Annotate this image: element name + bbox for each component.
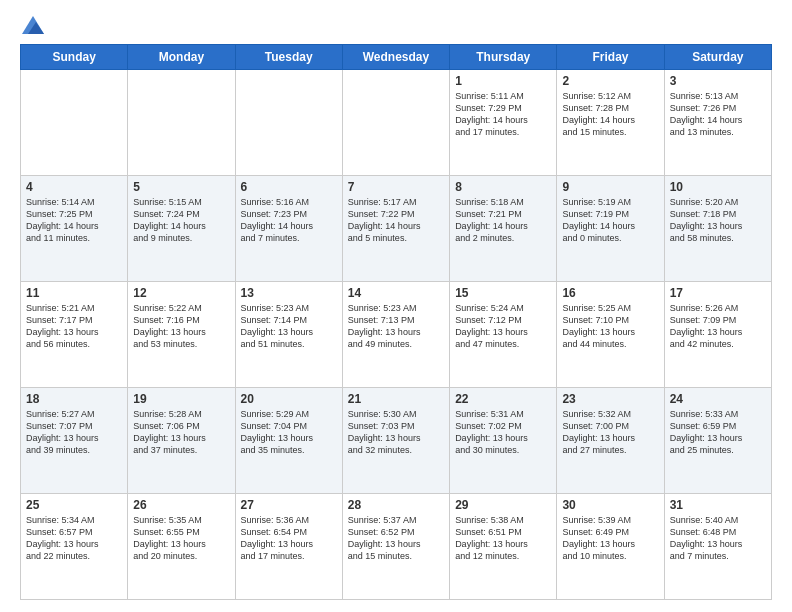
day-info: Sunrise: 5:12 AM Sunset: 7:28 PM Dayligh… — [562, 90, 658, 139]
day-header: Tuesday — [235, 45, 342, 70]
day-info: Sunrise: 5:17 AM Sunset: 7:22 PM Dayligh… — [348, 196, 444, 245]
calendar-day-cell: 5Sunrise: 5:15 AM Sunset: 7:24 PM Daylig… — [128, 176, 235, 282]
calendar-day-cell: 9Sunrise: 5:19 AM Sunset: 7:19 PM Daylig… — [557, 176, 664, 282]
calendar-day-cell: 25Sunrise: 5:34 AM Sunset: 6:57 PM Dayli… — [21, 494, 128, 600]
calendar-day-cell: 18Sunrise: 5:27 AM Sunset: 7:07 PM Dayli… — [21, 388, 128, 494]
header — [20, 16, 772, 34]
calendar-week-row: 25Sunrise: 5:34 AM Sunset: 6:57 PM Dayli… — [21, 494, 772, 600]
day-info: Sunrise: 5:33 AM Sunset: 6:59 PM Dayligh… — [670, 408, 766, 457]
day-number: 29 — [455, 498, 551, 512]
day-info: Sunrise: 5:37 AM Sunset: 6:52 PM Dayligh… — [348, 514, 444, 563]
day-info: Sunrise: 5:22 AM Sunset: 7:16 PM Dayligh… — [133, 302, 229, 351]
calendar-day-cell: 23Sunrise: 5:32 AM Sunset: 7:00 PM Dayli… — [557, 388, 664, 494]
day-info: Sunrise: 5:30 AM Sunset: 7:03 PM Dayligh… — [348, 408, 444, 457]
calendar-day-cell: 20Sunrise: 5:29 AM Sunset: 7:04 PM Dayli… — [235, 388, 342, 494]
calendar-day-cell — [128, 70, 235, 176]
calendar-header-row: SundayMondayTuesdayWednesdayThursdayFrid… — [21, 45, 772, 70]
calendar-day-cell: 11Sunrise: 5:21 AM Sunset: 7:17 PM Dayli… — [21, 282, 128, 388]
day-number: 30 — [562, 498, 658, 512]
calendar-day-cell — [235, 70, 342, 176]
day-info: Sunrise: 5:36 AM Sunset: 6:54 PM Dayligh… — [241, 514, 337, 563]
calendar-day-cell: 2Sunrise: 5:12 AM Sunset: 7:28 PM Daylig… — [557, 70, 664, 176]
calendar-day-cell: 12Sunrise: 5:22 AM Sunset: 7:16 PM Dayli… — [128, 282, 235, 388]
day-number: 15 — [455, 286, 551, 300]
day-number: 9 — [562, 180, 658, 194]
day-info: Sunrise: 5:39 AM Sunset: 6:49 PM Dayligh… — [562, 514, 658, 563]
day-number: 14 — [348, 286, 444, 300]
calendar-week-row: 1Sunrise: 5:11 AM Sunset: 7:29 PM Daylig… — [21, 70, 772, 176]
calendar-day-cell: 6Sunrise: 5:16 AM Sunset: 7:23 PM Daylig… — [235, 176, 342, 282]
day-number: 2 — [562, 74, 658, 88]
day-number: 25 — [26, 498, 122, 512]
day-number: 7 — [348, 180, 444, 194]
calendar-day-cell: 30Sunrise: 5:39 AM Sunset: 6:49 PM Dayli… — [557, 494, 664, 600]
day-number: 31 — [670, 498, 766, 512]
calendar-week-row: 18Sunrise: 5:27 AM Sunset: 7:07 PM Dayli… — [21, 388, 772, 494]
day-info: Sunrise: 5:21 AM Sunset: 7:17 PM Dayligh… — [26, 302, 122, 351]
day-header: Thursday — [450, 45, 557, 70]
calendar-day-cell: 28Sunrise: 5:37 AM Sunset: 6:52 PM Dayli… — [342, 494, 449, 600]
calendar-day-cell: 29Sunrise: 5:38 AM Sunset: 6:51 PM Dayli… — [450, 494, 557, 600]
calendar-day-cell: 31Sunrise: 5:40 AM Sunset: 6:48 PM Dayli… — [664, 494, 771, 600]
calendar-day-cell — [21, 70, 128, 176]
day-info: Sunrise: 5:38 AM Sunset: 6:51 PM Dayligh… — [455, 514, 551, 563]
day-number: 18 — [26, 392, 122, 406]
logo-icon — [22, 16, 44, 34]
logo — [20, 16, 44, 34]
day-info: Sunrise: 5:28 AM Sunset: 7:06 PM Dayligh… — [133, 408, 229, 457]
day-info: Sunrise: 5:25 AM Sunset: 7:10 PM Dayligh… — [562, 302, 658, 351]
day-header: Sunday — [21, 45, 128, 70]
day-number: 17 — [670, 286, 766, 300]
calendar-day-cell: 15Sunrise: 5:24 AM Sunset: 7:12 PM Dayli… — [450, 282, 557, 388]
calendar-day-cell: 24Sunrise: 5:33 AM Sunset: 6:59 PM Dayli… — [664, 388, 771, 494]
day-number: 5 — [133, 180, 229, 194]
calendar-day-cell: 4Sunrise: 5:14 AM Sunset: 7:25 PM Daylig… — [21, 176, 128, 282]
day-info: Sunrise: 5:16 AM Sunset: 7:23 PM Dayligh… — [241, 196, 337, 245]
calendar-day-cell: 16Sunrise: 5:25 AM Sunset: 7:10 PM Dayli… — [557, 282, 664, 388]
day-number: 13 — [241, 286, 337, 300]
day-info: Sunrise: 5:31 AM Sunset: 7:02 PM Dayligh… — [455, 408, 551, 457]
day-header: Friday — [557, 45, 664, 70]
day-info: Sunrise: 5:15 AM Sunset: 7:24 PM Dayligh… — [133, 196, 229, 245]
day-info: Sunrise: 5:11 AM Sunset: 7:29 PM Dayligh… — [455, 90, 551, 139]
calendar-day-cell: 13Sunrise: 5:23 AM Sunset: 7:14 PM Dayli… — [235, 282, 342, 388]
calendar-week-row: 11Sunrise: 5:21 AM Sunset: 7:17 PM Dayli… — [21, 282, 772, 388]
calendar-day-cell: 27Sunrise: 5:36 AM Sunset: 6:54 PM Dayli… — [235, 494, 342, 600]
day-info: Sunrise: 5:35 AM Sunset: 6:55 PM Dayligh… — [133, 514, 229, 563]
day-number: 22 — [455, 392, 551, 406]
day-info: Sunrise: 5:23 AM Sunset: 7:13 PM Dayligh… — [348, 302, 444, 351]
day-number: 1 — [455, 74, 551, 88]
page: SundayMondayTuesdayWednesdayThursdayFrid… — [0, 0, 792, 612]
day-info: Sunrise: 5:24 AM Sunset: 7:12 PM Dayligh… — [455, 302, 551, 351]
day-info: Sunrise: 5:13 AM Sunset: 7:26 PM Dayligh… — [670, 90, 766, 139]
day-number: 6 — [241, 180, 337, 194]
day-number: 27 — [241, 498, 337, 512]
day-info: Sunrise: 5:27 AM Sunset: 7:07 PM Dayligh… — [26, 408, 122, 457]
day-number: 12 — [133, 286, 229, 300]
day-number: 23 — [562, 392, 658, 406]
calendar-table: SundayMondayTuesdayWednesdayThursdayFrid… — [20, 44, 772, 600]
day-info: Sunrise: 5:19 AM Sunset: 7:19 PM Dayligh… — [562, 196, 658, 245]
calendar-day-cell: 8Sunrise: 5:18 AM Sunset: 7:21 PM Daylig… — [450, 176, 557, 282]
day-info: Sunrise: 5:26 AM Sunset: 7:09 PM Dayligh… — [670, 302, 766, 351]
day-number: 4 — [26, 180, 122, 194]
day-number: 28 — [348, 498, 444, 512]
day-number: 24 — [670, 392, 766, 406]
day-number: 20 — [241, 392, 337, 406]
calendar-day-cell: 10Sunrise: 5:20 AM Sunset: 7:18 PM Dayli… — [664, 176, 771, 282]
day-info: Sunrise: 5:23 AM Sunset: 7:14 PM Dayligh… — [241, 302, 337, 351]
day-info: Sunrise: 5:32 AM Sunset: 7:00 PM Dayligh… — [562, 408, 658, 457]
calendar-day-cell: 14Sunrise: 5:23 AM Sunset: 7:13 PM Dayli… — [342, 282, 449, 388]
calendar-day-cell: 7Sunrise: 5:17 AM Sunset: 7:22 PM Daylig… — [342, 176, 449, 282]
day-number: 10 — [670, 180, 766, 194]
calendar-day-cell: 26Sunrise: 5:35 AM Sunset: 6:55 PM Dayli… — [128, 494, 235, 600]
day-number: 26 — [133, 498, 229, 512]
day-info: Sunrise: 5:14 AM Sunset: 7:25 PM Dayligh… — [26, 196, 122, 245]
day-number: 8 — [455, 180, 551, 194]
calendar-day-cell: 17Sunrise: 5:26 AM Sunset: 7:09 PM Dayli… — [664, 282, 771, 388]
day-info: Sunrise: 5:29 AM Sunset: 7:04 PM Dayligh… — [241, 408, 337, 457]
calendar-day-cell: 19Sunrise: 5:28 AM Sunset: 7:06 PM Dayli… — [128, 388, 235, 494]
calendar-day-cell: 21Sunrise: 5:30 AM Sunset: 7:03 PM Dayli… — [342, 388, 449, 494]
day-header: Wednesday — [342, 45, 449, 70]
calendar-week-row: 4Sunrise: 5:14 AM Sunset: 7:25 PM Daylig… — [21, 176, 772, 282]
